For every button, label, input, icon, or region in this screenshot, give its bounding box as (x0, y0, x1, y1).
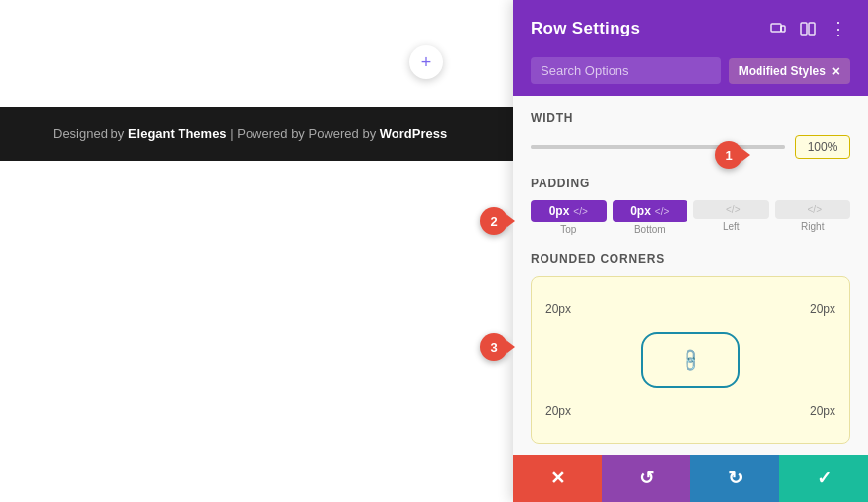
svg-rect-2 (801, 23, 807, 35)
panel-header: Row Settings ⋮ (513, 0, 868, 57)
rounded-corners-section: Rounded Corners 20px 20px 🔗 20px 20px (531, 252, 850, 444)
corner-top-left[interactable]: 20px (545, 302, 571, 316)
panel-title: Row Settings (531, 19, 640, 38)
corner-bottom-left[interactable]: 20px (545, 404, 571, 418)
padding-right-link-icon: </> (808, 204, 822, 215)
padding-top-label: Top (560, 224, 576, 235)
search-options-input[interactable]: Search Options (531, 57, 721, 84)
annotation-badge-3: 3 (480, 333, 508, 361)
padding-left-label: Left (723, 221, 740, 232)
annotation-badge-1: 1 (715, 141, 743, 169)
padding-right-label: Right (801, 221, 824, 232)
footer-separator: | Powered by (230, 126, 308, 141)
link-icon: 🔗 (677, 346, 704, 374)
padding-bottom-field: 0px </> Bottom (613, 200, 688, 235)
search-bar: Search Options Modified Styles × (513, 57, 868, 96)
layout-icon-button[interactable] (798, 19, 818, 38)
panel-footer: ✕ ↺ ↻ ✓ (513, 455, 868, 502)
padding-right-input[interactable]: </> (775, 200, 851, 219)
svg-rect-0 (771, 24, 781, 32)
padding-left-field: </> Left (693, 200, 769, 235)
footer-text: Designed by Elegant Themes | Powered by … (53, 126, 447, 141)
rounded-corners-label: Rounded Corners (531, 252, 850, 266)
width-section: Width (531, 111, 850, 159)
more-options-button[interactable]: ⋮ (828, 16, 850, 41)
width-slider-row (531, 135, 850, 159)
modified-styles-label: Modified Styles (739, 64, 826, 78)
padding-grid: 0px </> Top 0px </> Bottom (531, 200, 850, 235)
padding-label: Padding (531, 177, 850, 190)
padding-bottom-label: Bottom (634, 224, 666, 235)
svg-rect-3 (809, 23, 815, 35)
add-row-button[interactable]: + (409, 45, 443, 79)
responsive-icon-button[interactable] (768, 19, 788, 38)
padding-bottom-link-icon: </> (655, 206, 669, 217)
corner-center-preview: 🔗 (641, 332, 740, 388)
modified-styles-close[interactable]: × (832, 63, 840, 79)
header-icons: ⋮ (768, 16, 850, 41)
redo-icon: ↻ (728, 467, 743, 489)
panel-body: Width Padding 0px </> Top (513, 96, 868, 455)
brand-wordpress: WordPress (380, 126, 447, 141)
corner-bottom-right[interactable]: 20px (810, 404, 835, 418)
save-icon: ✓ (817, 467, 832, 489)
plus-icon: + (421, 52, 432, 73)
modified-styles-badge: Modified Styles × (729, 58, 850, 84)
padding-left-link-icon: </> (726, 204, 740, 215)
padding-section: Padding 0px </> Top 0px </> Bottom (531, 177, 850, 235)
width-label: Width (531, 111, 850, 125)
padding-top-value: 0px (549, 204, 570, 218)
brand-elegant: Elegant Themes (128, 126, 227, 141)
width-value-input[interactable] (795, 135, 850, 159)
footer-bar: Designed by Elegant Themes | Powered by … (0, 107, 513, 161)
padding-left-input[interactable]: </> (693, 200, 769, 219)
responsive-icon (770, 21, 786, 36)
columns-icon (800, 21, 816, 36)
cancel-button[interactable]: ✕ (513, 455, 602, 502)
rounded-corners-box: 20px 20px 🔗 20px 20px (531, 276, 850, 444)
padding-bottom-value: 0px (630, 204, 651, 218)
save-button[interactable]: ✓ (779, 455, 868, 502)
reset-button[interactable]: ↺ (602, 455, 690, 502)
padding-top-input[interactable]: 0px </> (531, 200, 607, 222)
reset-icon: ↺ (639, 467, 654, 489)
padding-bottom-input[interactable]: 0px </> (613, 200, 688, 222)
main-canvas: Designed by Elegant Themes | Powered by … (0, 0, 513, 502)
padding-top-field: 0px </> Top (531, 200, 607, 235)
redo-button[interactable]: ↻ (690, 455, 779, 502)
svg-rect-1 (781, 26, 785, 32)
cancel-icon: ✕ (550, 467, 565, 489)
corner-top-right[interactable]: 20px (810, 302, 835, 316)
ellipsis-icon: ⋮ (830, 18, 848, 39)
padding-right-field: </> Right (775, 200, 851, 235)
padding-top-link-icon: </> (573, 206, 587, 217)
annotation-badge-2: 2 (480, 207, 508, 235)
row-settings-panel: Row Settings ⋮ Search Options Modif (513, 0, 868, 502)
